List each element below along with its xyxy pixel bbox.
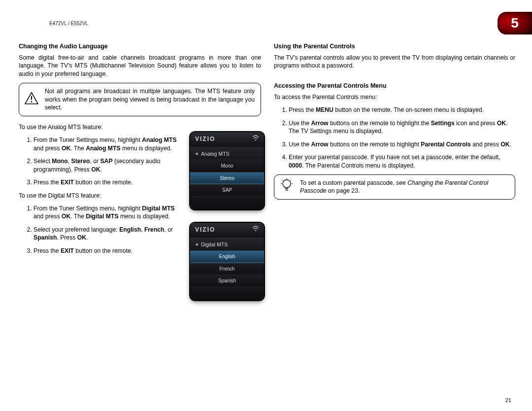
menu-crumb: Digital MTS [201, 241, 228, 248]
svg-point-2 [31, 101, 33, 103]
svg-point-4 [255, 230, 256, 231]
back-arrow-icon: ◂ [195, 150, 198, 157]
step: From the Tuner Settings menu, highlight … [33, 205, 181, 221]
note-mts: Not all programs are broadcast in multip… [19, 83, 261, 116]
svg-line-10 [291, 180, 292, 181]
page-number: 21 [505, 397, 511, 403]
menu-option: English [190, 251, 264, 263]
manual-page: 5 E472VL / E552VL Changing the Audio Lan… [0, 0, 532, 411]
left-column: Changing the Audio Language Some digital… [19, 42, 261, 260]
wifi-icon [252, 135, 259, 143]
menu-option: French [190, 263, 264, 275]
tv-brand: VIZIO [195, 135, 215, 143]
step: Enter your parental passcode. If you hav… [289, 153, 515, 170]
step: Press the EXIT button on the remote. [33, 247, 181, 255]
wifi-icon [252, 226, 259, 234]
tv-menu-analog: VIZIO ◂ Analog MTS MonoStereoSAP [190, 132, 264, 209]
step: Use the Arrow buttons on the remote to h… [289, 119, 515, 136]
intro-paragraph: Some digital free-to-air and cable chann… [19, 54, 261, 78]
model-label: E472VL / E552VL [49, 21, 88, 26]
menu-option: Stereo [190, 172, 264, 185]
svg-point-3 [255, 139, 256, 140]
menu-crumb: Analog MTS [201, 150, 230, 157]
right-column: Using the Parental Controls The TV's par… [274, 42, 515, 206]
heading-access: Accessing the Parental Controls Menu [274, 82, 515, 90]
menu-option: SAP [190, 184, 264, 197]
step: Press the EXIT button on the remote. [33, 178, 181, 186]
step: Press the MENU button on the remote. The… [289, 106, 515, 114]
access-steps: Press the MENU button on the remote. The… [274, 106, 515, 170]
tip-text: To set a custom parental passcode, see C… [300, 179, 488, 194]
step: From the Tuner Settings menu, highlight … [33, 136, 181, 152]
step: Select your preferred language: English,… [33, 226, 181, 242]
heading-parental: Using the Parental Controls [274, 42, 515, 51]
chapter-number: 5 [511, 15, 519, 31]
chapter-tab: 5 [498, 12, 532, 34]
step: Select Mono, Stereo, or SAP (secondary a… [33, 157, 181, 173]
svg-point-5 [283, 180, 291, 188]
back-arrow-icon: ◂ [195, 240, 198, 248]
note-mts-text: Not all programs are broadcast in multip… [45, 88, 255, 111]
para-access-lead: To access the Parental Controls menu: [274, 93, 515, 101]
lightbulb-icon [279, 178, 294, 196]
para-parental: The TV's parental controls allow you to … [274, 54, 515, 70]
analog-lead: To use the Analog MTS feature: [19, 123, 261, 131]
menu-option: Mono [190, 160, 264, 172]
warning-icon [24, 92, 39, 107]
tv-menu-digital: VIZIO ◂ Digital MTS EnglishFrenchSpanish [190, 223, 264, 300]
step: Use the Arrow buttons on the remote to h… [289, 140, 515, 148]
svg-line-9 [282, 180, 283, 181]
menu-option: Spanish [190, 275, 264, 287]
tv-brand: VIZIO [195, 226, 215, 234]
tip-passcode: To set a custom parental passcode, see C… [274, 174, 515, 200]
heading-audio-language: Changing the Audio Language [19, 42, 261, 51]
